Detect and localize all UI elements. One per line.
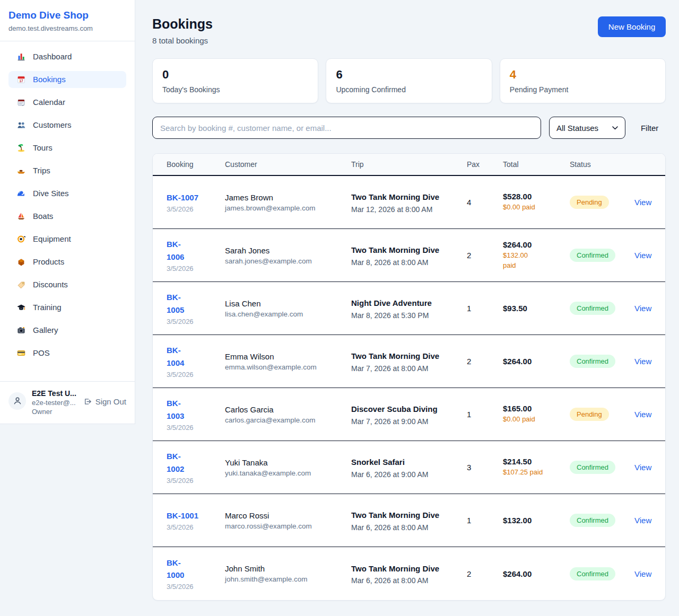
sidebar-item-discounts[interactable]: Discounts [8, 276, 126, 293]
booking-date: 3/5/2026 [167, 477, 225, 485]
table-body: BK-10073/5/2026James Brownjames.brown@ex… [153, 176, 665, 600]
search-input[interactable] [152, 117, 541, 139]
customer-name: John Smith [225, 564, 351, 573]
pos-card-icon [16, 348, 26, 358]
sidebar-item-boats[interactable]: Boats [8, 208, 126, 225]
sidebar-item-label: Tours [33, 143, 53, 152]
view-link[interactable]: View [634, 410, 651, 419]
booking-date: 3/5/2026 [167, 205, 225, 213]
sidebar-item-customers[interactable]: Customers [8, 117, 126, 134]
bookings-calendar-icon: 17 [16, 75, 26, 84]
svg-text:17: 17 [19, 78, 23, 82]
sidebar-item-gallery[interactable]: Gallery [8, 322, 126, 339]
table-row: BK- 10063/5/2026Sarah Jonessarah.jones@e… [153, 229, 665, 282]
booking-cell: BK- 10003/5/2026 [167, 557, 225, 591]
gallery-camera-icon [16, 325, 26, 335]
view-cell: View [634, 410, 651, 419]
view-link[interactable]: View [634, 251, 651, 260]
booking-number-link[interactable]: BK- 1002 [167, 450, 225, 475]
sidebar-user-section: E2E Test U... e2e-tester@... Owner Sign … [0, 381, 135, 424]
booking-number-link[interactable]: BK- 1004 [167, 344, 225, 369]
new-booking-button[interactable]: New Booking [598, 16, 666, 37]
pax-count: 2 [467, 569, 503, 578]
customer-name: Lisa Chen [225, 299, 351, 308]
stat-label: Pending Payment [510, 85, 656, 94]
booking-cell: BK- 10053/5/2026 [167, 291, 225, 325]
trip-name: Discover Scuba Diving [351, 403, 447, 415]
trip-datetime: Mar 7, 2026 at 9:00 AM [351, 417, 467, 426]
column-header-trip: Trip [351, 160, 467, 169]
view-cell: View [634, 569, 651, 578]
trip-cell: Discover Scuba DivingMar 7, 2026 at 9:00… [351, 403, 467, 425]
pax-count: 1 [467, 516, 503, 525]
trip-name: Two Tank Morning Dive [351, 562, 447, 575]
status-badge: Confirmed [570, 461, 615, 474]
trip-datetime: Mar 8, 2026 at 5:30 PM [351, 311, 467, 320]
status-cell: Confirmed [570, 249, 634, 262]
total-cell: $214.50$107.25 paid [503, 457, 570, 477]
booking-date: 3/5/2026 [167, 523, 225, 531]
total-amount: $132.00 [503, 516, 570, 525]
status-filter-select[interactable]: All Statuses [549, 117, 625, 139]
status-cell: Pending [570, 408, 634, 421]
total-amount: $264.00 [503, 569, 570, 578]
filter-button[interactable]: Filter [641, 124, 658, 133]
customer-cell: Carlos Garciacarlos.garcia@example.com [225, 405, 351, 424]
pax-count: 1 [467, 304, 503, 313]
paid-amount: $0.00 paid [503, 203, 570, 212]
sidebar-item-dashboard[interactable]: Dashboard [8, 48, 126, 65]
total-amount: $264.00 [503, 357, 570, 366]
view-link[interactable]: View [634, 357, 651, 366]
sidebar: Demo Dive Shop demo.test.divestreams.com… [0, 0, 135, 424]
pax-count: 3 [467, 463, 503, 472]
view-link[interactable]: View [634, 516, 651, 525]
calendar-icon [16, 98, 26, 107]
sidebar-item-bookings[interactable]: 17Bookings [8, 71, 126, 88]
booking-number-link[interactable]: BK- 1000 [167, 557, 225, 582]
view-link[interactable]: View [634, 463, 651, 472]
person-icon [13, 396, 22, 406]
booking-number-link[interactable]: BK-1001 [167, 509, 225, 522]
sidebar-item-label: Discounts [33, 280, 68, 289]
customer-email: sarah.jones@example.com [225, 257, 351, 265]
sidebar-item-label: Equipment [33, 234, 71, 243]
user-role: Owner [32, 407, 77, 417]
booking-number-link[interactable]: BK- 1005 [167, 291, 225, 316]
sidebar-item-training[interactable]: Training [8, 299, 126, 316]
sign-out-button[interactable]: Sign Out [83, 397, 126, 406]
booking-number-link[interactable]: BK- 1003 [167, 397, 225, 422]
sign-out-label: Sign Out [95, 397, 126, 406]
column-header-booking: Booking [167, 160, 225, 169]
view-cell: View [634, 357, 651, 366]
paid-amount: $107.25 paid [503, 468, 570, 477]
page-title: Bookings [152, 16, 213, 32]
sidebar-item-products[interactable]: Products [8, 253, 126, 270]
table-row: BK- 10043/5/2026Emma Wilsonemma.wilson@e… [153, 335, 665, 388]
sidebar-item-tours[interactable]: Tours [8, 139, 126, 156]
booking-date: 3/5/2026 [167, 318, 225, 325]
trip-cell: Night Dive AdventureMar 8, 2026 at 5:30 … [351, 297, 467, 319]
stats-row: 0Today's Bookings6Upcoming Confirmed4Pen… [152, 58, 666, 103]
booking-number-link[interactable]: BK- 1006 [167, 238, 225, 263]
view-link[interactable]: View [634, 569, 651, 578]
total-cell: $264.00$132.00 paid [503, 240, 570, 270]
pax-count: 4 [467, 198, 503, 207]
paid-amount: $132.00 paid [503, 251, 570, 270]
sidebar-item-trips[interactable]: Trips [8, 162, 126, 179]
sidebar-item-pos[interactable]: POS [8, 345, 126, 362]
booking-cell: BK- 10063/5/2026 [167, 238, 225, 272]
view-link[interactable]: View [634, 304, 651, 313]
shop-domain: demo.test.divestreams.com [8, 24, 126, 32]
customer-email: emma.wilson@example.com [225, 363, 351, 371]
sidebar-item-equipment[interactable]: Equipment [8, 231, 126, 248]
booking-number-link[interactable]: BK-1007 [167, 191, 225, 204]
view-link[interactable]: View [634, 198, 651, 207]
sidebar-item-calendar[interactable]: Calendar [8, 94, 126, 111]
tours-island-icon [16, 143, 26, 153]
sidebar-item-dive-sites[interactable]: Dive Sites [8, 185, 126, 202]
trip-name: Two Tank Morning Dive [351, 191, 447, 203]
customer-name: Marco Rossi [225, 511, 351, 520]
user-email: e2e-tester@... [32, 398, 77, 408]
booking-date: 3/5/2026 [167, 265, 225, 272]
sidebar-item-label: Dashboard [33, 52, 72, 61]
